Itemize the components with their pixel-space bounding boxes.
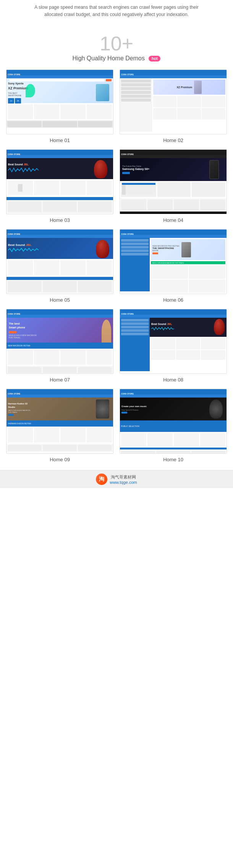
bottom-row-h9	[6, 444, 113, 452]
watermark-bar: 淘 淘气哥素材网 www.tqge.com	[0, 470, 233, 488]
headphone-h8	[214, 319, 225, 335]
nav-bar-h2: CORA STORE	[120, 70, 227, 75]
products-row-h9	[6, 427, 113, 444]
top-text-line1: A slow page speed means that search engi…	[34, 5, 199, 10]
phone-h4	[209, 160, 219, 179]
headphone-h3	[94, 160, 107, 178]
demo-preview-home01[interactable]: CORA STORE Sony XperiaXZ Premium THE BES…	[6, 70, 113, 134]
blue-section-h10: PUBLIC SELECTION	[120, 420, 227, 432]
demo-label-home06: Home 06	[163, 297, 183, 303]
demo-item-home10[interactable]: CORA STORE Create your own music Sony Xp…	[120, 389, 227, 462]
watermark-site-name: 淘气哥素材网	[110, 474, 137, 480]
hero-text-h1: Sony XperiaXZ Premium THE BESTSMARTPHONE…	[8, 82, 28, 103]
hero-h7: The bestSmart phone SAVE & WIN A NEW MAC…	[6, 318, 113, 343]
nav-bar-h8: CORA STORE	[120, 309, 227, 315]
sub-nav-h1	[6, 75, 113, 78]
products-row-h4	[120, 181, 227, 198]
demo-preview-home10[interactable]: CORA STORE Create your own music Sony Xp…	[120, 389, 227, 454]
sub-nav-h6	[120, 235, 227, 238]
section-subtitle-row: High Quality Home Demos hot	[0, 55, 233, 62]
demo-item-home01[interactable]: CORA STORE Sony XperiaXZ Premium THE BES…	[6, 70, 113, 143]
hero-h4: The Future Has Come Samsung Galaxy S8+	[120, 158, 227, 181]
hero-h5: Beat Sound JBL	[6, 238, 113, 259]
demo-item-home03[interactable]: CORA STORE Beat Sound JBL	[6, 149, 113, 223]
products-row-h7	[6, 349, 113, 366]
demo-item-home06[interactable]: CORA STORE NEW MACBOOK PRO RETI	[120, 229, 227, 303]
demo-item-home08[interactable]: CORA STORE B	[120, 309, 227, 383]
blue-strip-h3	[6, 197, 113, 200]
demo-label-home02: Home 02	[163, 137, 183, 143]
content-h2: XZ Premium	[120, 78, 227, 132]
demo-label-home01: Home 01	[50, 137, 70, 143]
hero-h1: Sony XperiaXZ Premium THE BESTSMARTPHONE…	[6, 82, 113, 103]
bottom-row-h4	[120, 198, 227, 212]
nav-bar-h10: CORA STORE	[120, 389, 227, 394]
sidebar-h6	[120, 238, 150, 291]
hero-phone-h1	[96, 84, 109, 101]
stats-row-h1	[6, 120, 113, 128]
section-subtitle: High Quality Home Demos	[73, 55, 145, 62]
strip-h5	[6, 277, 113, 280]
demo-item-home05[interactable]: CORA STORE Beat Sound JBL	[6, 229, 113, 303]
hero-box-h2: XZ Premium	[153, 79, 225, 95]
hero-h8: Beat Sound JBL	[150, 318, 227, 337]
demo-preview-home06[interactable]: CORA STORE NEW MACBOOK PRO RETI	[120, 229, 227, 294]
products-row-h5	[6, 259, 113, 276]
demo-preview-home03[interactable]: CORA STORE Beat Sound JBL	[6, 149, 113, 214]
bottom-row-h10	[120, 449, 227, 453]
nav-bar-h3: CORA STORE	[6, 150, 113, 155]
section-header: 10+ High Quality Home Demos hot	[0, 26, 233, 66]
demo-label-home08: Home 08	[163, 377, 183, 383]
green-bar-h6: SAVE & WIN A NEW MACBOOK FOR TRAVEL	[151, 261, 225, 264]
demo-preview-home08[interactable]: CORA STORE B	[120, 309, 227, 374]
top-description: A slow page speed means that search engi…	[0, 0, 233, 26]
prod-grid-h8	[150, 337, 227, 361]
demo-preview-home04[interactable]: CORA STORE The Future Has Come Samsung G…	[120, 149, 227, 214]
demo-item-home07[interactable]: CORA STORE The bestSmart phone SAVE & WI…	[6, 309, 113, 383]
products-row-h3	[6, 179, 113, 196]
blue-banner-h7: NEW MACBOOK RETINA	[6, 343, 113, 349]
demo-item-home09[interactable]: CORA STORE Harman Kadon 32Studio SAVE & …	[6, 389, 113, 462]
demo-item-home04[interactable]: CORA STORE The Future Has Come Samsung G…	[120, 149, 227, 223]
demo-preview-home05[interactable]: CORA STORE Beat Sound JBL	[6, 229, 113, 294]
products-row-h10	[120, 432, 227, 447]
sub-nav-h4	[120, 155, 227, 158]
demo-label-home07: Home 07	[50, 377, 70, 383]
nav-bar-h4: CORA STORE	[120, 150, 227, 155]
demo-preview-home07[interactable]: CORA STORE The bestSmart phone SAVE & WI…	[6, 309, 113, 374]
prod-grid-h6	[151, 265, 225, 293]
demo-grid: CORA STORE Sony XperiaXZ Premium THE BES…	[0, 66, 233, 470]
nav-bar-h1: CORA STORE	[6, 70, 113, 75]
speaker-h9	[96, 399, 109, 419]
nav-bar-h6: CORA STORE	[120, 230, 227, 235]
blue-banner-h9: HARMAN KADON RETINA	[6, 420, 113, 427]
content-h6: NEW MACBOOK PRO RETINA THE SMARTPHONE $1…	[120, 238, 227, 291]
nav-bar-h5: CORA STORE	[6, 230, 113, 235]
person-h7	[102, 320, 111, 343]
hero-box-h6: NEW MACBOOK PRO RETINA THE SMARTPHONE $1…	[151, 239, 225, 260]
demo-label-home03: Home 03	[50, 217, 70, 223]
sidebar-h2	[120, 78, 152, 132]
products-row-h1	[6, 103, 113, 120]
headphone-h5	[96, 240, 109, 258]
watermark-url: www.tqge.com	[110, 480, 137, 485]
main-h8: Beat Sound JBL	[150, 318, 227, 371]
demo-preview-home02[interactable]: CORA STORE XZ Premium	[120, 70, 227, 134]
hero-h10: Create your own music Sony Xperia Z5 Pre…	[120, 398, 227, 420]
demo-preview-home09[interactable]: CORA STORE Harman Kadon 32Studio SAVE & …	[6, 389, 113, 454]
demo-label-home10: Home 10	[163, 457, 183, 462]
hot-badge: hot	[149, 56, 161, 61]
top-text-line2: allocated crawl budget, and this could n…	[44, 12, 189, 17]
sub-nav-h2	[120, 75, 227, 78]
wave-svg-h3	[8, 167, 39, 173]
hero-h9: Harman Kadon 32Studio SAVE & WIN A NEW M…	[6, 398, 113, 420]
main-h2: XZ Premium	[152, 78, 227, 132]
demo-item-home02[interactable]: CORA STORE XZ Premium	[120, 70, 227, 143]
sub-nav-h7	[6, 315, 113, 318]
green-shape-h1	[26, 84, 35, 97]
content-h8: Beat Sound JBL	[120, 318, 227, 371]
bottom-row-h3	[6, 200, 113, 213]
headphone-h10	[209, 399, 223, 419]
demo-label-home04: Home 04	[163, 217, 183, 223]
demo-label-home09: Home 09	[50, 457, 70, 462]
